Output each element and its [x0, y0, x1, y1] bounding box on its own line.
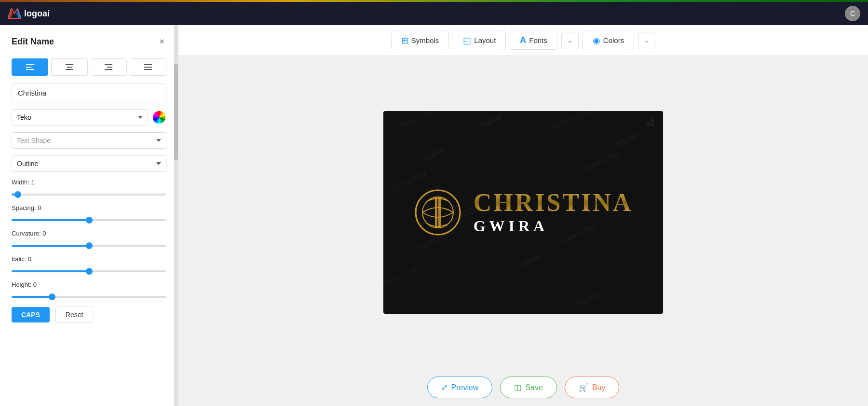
colors-icon: ◉ [593, 35, 600, 46]
curvature-label: Curvature: 0 [12, 230, 166, 237]
width-slider[interactable] [12, 194, 166, 196]
preview-icon: ⤢ [441, 383, 448, 392]
width-label: Width: 1 [12, 179, 166, 186]
curvature-slider-group: Curvature: 0 [12, 230, 166, 249]
svg-rect-8 [66, 69, 73, 70]
logoai-icon [8, 7, 21, 20]
spacing-label: Spacing: 0 [12, 204, 166, 211]
outline-select[interactable]: Outline [12, 155, 166, 172]
svg-rect-14 [144, 69, 152, 70]
svg-rect-9 [105, 64, 112, 65]
user-avatar[interactable]: C [845, 6, 860, 21]
svg-marker-1 [8, 9, 13, 18]
buy-icon: 🛒 [579, 383, 588, 392]
layout-icon: ◱ [463, 35, 471, 46]
align-right-icon [105, 64, 112, 70]
svg-rect-7 [67, 67, 72, 68]
main-layout: Edit Name × [0, 25, 868, 406]
logo-text: logoai [24, 9, 50, 19]
fonts-dropdown-button[interactable]: ⌄ [561, 32, 579, 49]
basketball-icon [414, 188, 462, 237]
scrollbar[interactable] [174, 25, 178, 406]
sidebar-title: Edit Name [12, 37, 54, 47]
sidebar-header: Edit Name × [12, 35, 166, 49]
fonts-button[interactable]: A Fonts [510, 31, 557, 50]
svg-rect-11 [105, 69, 112, 70]
svg-rect-13 [144, 67, 152, 68]
caps-button[interactable]: CAPS [12, 307, 50, 322]
preview-button[interactable]: ⤢ Preview [427, 377, 493, 398]
action-buttons: ⤢ Preview ◫ Save 🛒 Buy [178, 369, 868, 406]
reset-button[interactable]: Reset [55, 307, 94, 323]
save-button[interactable]: ◫ Save [500, 377, 556, 398]
scroll-thumb [174, 64, 178, 160]
italic-label: Italic: 0 [12, 255, 166, 263]
font-row: Teko [12, 109, 166, 126]
logo-preview: LOGOAI.COM logoai LOGOAI.COM logoai LOGO… [383, 111, 663, 314]
svg-rect-3 [26, 64, 34, 65]
close-button[interactable]: × [157, 35, 166, 49]
align-left-button[interactable] [12, 58, 48, 76]
logo-name-text: CHRISTINA [474, 190, 633, 215]
toolbar: ⊞ Symbols ◱ Layout A Fonts ⌄ ◉ Colors ⌄ [178, 25, 868, 56]
width-slider-group: Width: 1 [12, 179, 166, 197]
spacing-slider-group: Spacing: 0 [12, 204, 166, 223]
color-palette-icon [153, 111, 165, 124]
spacing-slider[interactable] [12, 219, 166, 221]
curvature-slider[interactable] [12, 245, 166, 247]
symbols-button[interactable]: ⊞ Symbols [391, 31, 449, 50]
svg-rect-10 [107, 67, 112, 68]
alignment-row [12, 58, 166, 76]
font-select[interactable]: Teko [12, 109, 148, 126]
align-justify-icon [144, 64, 152, 70]
svg-rect-12 [144, 64, 152, 65]
logo-area: logoai [8, 7, 50, 20]
canvas-area: LOGOAI.COM logoai LOGOAI.COM logoai LOGO… [178, 56, 868, 369]
buy-button[interactable]: 🛒 Buy [565, 377, 620, 398]
svg-rect-4 [26, 67, 31, 68]
text-shape-select[interactable]: Text Shape [12, 132, 166, 149]
symbols-icon: ⊞ [401, 35, 408, 46]
content-area: ⊞ Symbols ◱ Layout A Fonts ⌄ ◉ Colors ⌄ [178, 25, 868, 406]
svg-rect-18 [438, 197, 441, 228]
height-slider[interactable] [12, 296, 166, 298]
italic-slider[interactable] [12, 270, 166, 272]
align-center-icon [66, 64, 73, 70]
height-slider-group: Height: 0 [12, 281, 166, 300]
align-center-button[interactable] [51, 58, 88, 76]
colors-dropdown-button[interactable]: ⌄ [638, 32, 655, 49]
topbar: logoai C [0, 2, 868, 25]
height-label: Height: 0 [12, 281, 166, 288]
align-right-button[interactable] [91, 58, 127, 76]
svg-marker-2 [16, 9, 21, 18]
svg-rect-5 [26, 69, 34, 70]
save-icon: ◫ [514, 383, 521, 392]
logo-content: CHRISTINA GWIRA [414, 188, 633, 237]
svg-rect-17 [435, 197, 437, 228]
logo-surname-text: GWIRA [474, 217, 633, 235]
name-text-input[interactable] [12, 84, 166, 102]
layout-button[interactable]: ◱ Layout [453, 31, 506, 50]
italic-slider-group: Italic: 0 [12, 255, 166, 274]
align-justify-button[interactable] [130, 58, 166, 76]
colors-button[interactable]: ◉ Colors [583, 31, 634, 50]
fonts-icon: A [520, 35, 526, 45]
sidebar: Edit Name × [0, 25, 178, 406]
logo-text-block: CHRISTINA GWIRA [474, 190, 633, 235]
align-left-icon [26, 64, 34, 70]
color-picker-button[interactable] [152, 110, 166, 125]
svg-rect-6 [66, 64, 73, 65]
bottom-buttons: CAPS Reset [12, 307, 166, 323]
